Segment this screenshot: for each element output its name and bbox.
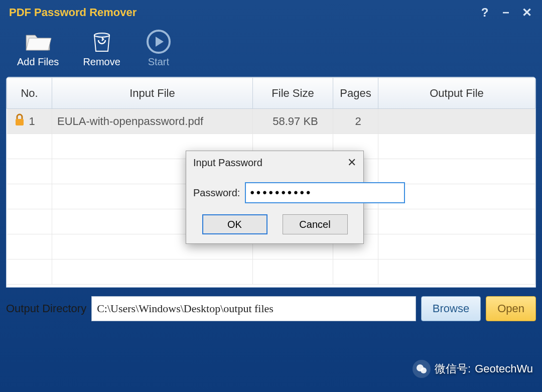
dialog-close-icon[interactable]: ✕ (347, 156, 356, 169)
output-directory-label: Output Directory (6, 302, 86, 315)
password-input[interactable] (245, 182, 405, 203)
svg-point-0 (94, 33, 109, 37)
password-label: Password: (193, 187, 240, 199)
app-title: PDF Password Remover (9, 6, 137, 19)
help-button[interactable]: ? (479, 7, 491, 19)
cancel-button[interactable]: Cancel (283, 214, 348, 234)
remove-label: Remove (83, 56, 120, 68)
row-no: 1 (29, 115, 35, 128)
table-row[interactable]: 1 EULA-with-openpassword.pdf 58.97 KB 2 (7, 109, 535, 134)
col-header-pages[interactable]: Pages (333, 78, 378, 109)
col-header-no[interactable]: No. (7, 78, 52, 109)
row-input-file: EULA-with-openpassword.pdf (52, 109, 253, 134)
start-label: Start (148, 56, 169, 68)
output-panel: Output Directory Browse Open (6, 294, 536, 324)
svg-point-4 (421, 367, 427, 373)
output-path-input[interactable] (91, 296, 416, 321)
start-button[interactable]: Start (145, 30, 173, 68)
row-file-size: 58.97 KB (253, 109, 333, 134)
toolbar: Add Files Remove Start (0, 23, 542, 77)
dialog-title: Input Password (193, 157, 262, 169)
row-output (378, 109, 535, 134)
col-header-output[interactable]: Output File (378, 78, 535, 109)
window-controls: ? − ✕ (479, 7, 533, 19)
row-pages: 2 (333, 109, 378, 134)
password-dialog: Input Password ✕ Password: OK Cancel (186, 151, 364, 244)
svg-rect-2 (16, 119, 24, 125)
lock-icon (14, 113, 25, 129)
minimize-button[interactable]: − (500, 7, 512, 19)
col-header-size[interactable]: File Size (253, 78, 333, 109)
titlebar: PDF Password Remover ? − ✕ (0, 0, 542, 23)
play-icon (145, 30, 173, 53)
folder-open-icon (24, 30, 52, 53)
close-button[interactable]: ✕ (521, 7, 533, 19)
add-files-button[interactable]: Add Files (17, 30, 59, 68)
open-button[interactable]: Open (486, 296, 536, 321)
table-row[interactable] (7, 259, 535, 285)
recycle-bin-icon (88, 30, 116, 53)
remove-button[interactable]: Remove (83, 30, 120, 68)
browse-button[interactable]: Browse (421, 296, 481, 321)
watermark-label: 微信号: (435, 361, 471, 376)
ok-button[interactable]: OK (202, 214, 267, 234)
wechat-icon (413, 360, 431, 378)
watermark-id: GeotechWu (475, 362, 533, 375)
watermark: 微信号: GeotechWu (413, 360, 533, 378)
add-files-label: Add Files (17, 56, 59, 68)
col-header-input[interactable]: Input File (52, 78, 253, 109)
